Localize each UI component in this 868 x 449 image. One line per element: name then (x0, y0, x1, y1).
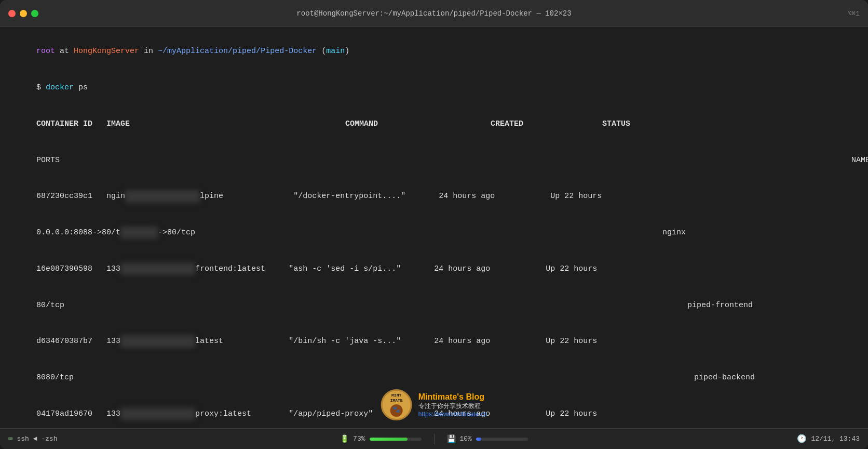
command-line: $ docker ps (8, 70, 860, 106)
ps-arg: ps (74, 83, 88, 92)
shortcut-label: ⌥⌘1 (848, 9, 860, 18)
image-3-blurred: xxxxxxxxxxxxxxxx (120, 335, 195, 347)
header-image: IMAGE (106, 118, 345, 130)
table-row-ports-2: 80/tcppiped-frontend (8, 287, 860, 323)
cpu-icon: 💾 (447, 434, 456, 443)
command-2: "ash -c 'sed -i s/pi..." (289, 263, 434, 275)
watermark-subtitle: 专注于你分享技术教程 (418, 402, 487, 411)
name-2: piped-frontend (687, 301, 753, 310)
watermark-text: Mintimate's Blog 专注于你分享技术教程 https://www.… (418, 392, 487, 418)
watermark-url: https://www.mintimate.cn (418, 411, 487, 418)
watermark-badge: MINT IMATE 🐾 (381, 389, 412, 420)
image-1-end: lpine (200, 192, 293, 201)
ports-2: 80/tcp (36, 301, 64, 310)
cpu-progress-fill (476, 438, 481, 441)
image-3-end: latest (195, 337, 289, 346)
container-id-4: 04179ad19670 (36, 410, 106, 418)
ports-1-blurred: xxxxxxxx (120, 227, 158, 239)
watermark: MINT IMATE 🐾 Mintimate's Blog 专注于你分享技术教程… (381, 389, 487, 420)
ssh-label: ssh ◄ -zsh (17, 435, 57, 443)
status-bar: ⌨ ssh ◄ -zsh 🔋 73% 💾 10% 🕐 12/11, 13:43 (0, 428, 868, 449)
maximize-button[interactable] (31, 10, 38, 17)
table-row-ports-1: 0.0.0.0:8088->80/txxxxxxxx->80/tcpnginx (8, 215, 860, 251)
image-2-blurred: xxxxxxxxxxxxxxxx (120, 263, 195, 275)
terminal-window: root@HongKongServer:~/myApplication/pipe… (0, 0, 868, 449)
ports-1-start: 0.0.0.0:8088->80/t (36, 228, 120, 237)
traffic-lights (8, 10, 38, 17)
name-3: piped-backend (694, 373, 755, 382)
table-header-2: PORTSNAMES (8, 142, 860, 178)
image-2-start: 133 (106, 265, 120, 273)
datetime-label: 12/11, 13:43 (811, 435, 860, 443)
header-names: NAMES (851, 156, 868, 165)
image-2-end: frontend:latest (195, 265, 289, 273)
header-command: COMMAND (345, 118, 491, 130)
header-ports: PORTS (36, 154, 851, 166)
prompt-path-1: ~/myApplication/piped/Piped-Docker (158, 47, 317, 56)
command-3: "/bin/sh -c 'java -s..." (289, 335, 434, 347)
ports-1-end: ->80/tcp (158, 228, 195, 237)
header-created: CREATED (491, 118, 602, 130)
status-left: ⌨ ssh ◄ -zsh (8, 434, 292, 443)
battery-progress-bar (370, 438, 422, 441)
prompt-host-1: HongKongServer (74, 47, 139, 56)
battery-progress-fill (370, 438, 408, 441)
image-4-blurred: xxxxxxxxxxxxxxxx (120, 408, 195, 420)
ssh-icon: ⌨ (8, 434, 12, 443)
window-title: root@HongKongServer:~/myApplication/pipe… (296, 9, 571, 18)
watermark-title: Mintimate's Blog (418, 392, 487, 402)
cpu-progress-bar (476, 438, 528, 441)
title-bar: root@HongKongServer:~/myApplication/pipe… (0, 0, 868, 27)
terminal-content[interactable]: root at HongKongServer in ~/myApplicatio… (0, 27, 868, 428)
battery-pct: 73% (353, 435, 365, 443)
cpu-pct: 10% (460, 435, 472, 443)
image-1-start: ngin (106, 192, 125, 201)
status-4: Up 22 hours (546, 410, 597, 418)
close-button[interactable] (8, 10, 16, 17)
ports-3: 8080/tcp (36, 373, 74, 382)
image-1-blurred: xxxxxxxxxxxxxxxx (125, 190, 200, 202)
docker-keyword: docker (46, 83, 74, 92)
table-row: 16e087390598 133xxxxxxxxxxxxxxxxfrontend… (8, 251, 860, 287)
image-4-end: proxy:latest (195, 410, 289, 418)
clock-icon: 🕐 (797, 434, 807, 444)
status-1: Up 22 hours (550, 192, 602, 201)
table-row: d634670387b7 133xxxxxxxxxxxxxxxxlatest "… (8, 323, 860, 360)
prompt-symbol: $ (36, 83, 46, 92)
command-1: "/docker-entrypoint...." (293, 190, 439, 202)
name-1: nginx (662, 228, 686, 237)
container-id-1: 687230cc39c1 (36, 192, 106, 201)
container-id-2: 16e087390598 (36, 265, 106, 273)
status-right: 🕐 12/11, 13:43 (576, 434, 860, 444)
minimize-button[interactable] (20, 10, 27, 17)
battery-icon: 🔋 (340, 434, 349, 443)
created-2: 24 hours ago (434, 263, 546, 275)
header-status: STATUS (602, 120, 630, 128)
created-3: 24 hours ago (434, 335, 546, 347)
status-center: 🔋 73% 💾 10% (292, 434, 576, 444)
table-header: CONTAINER ID IMAGECOMMANDCREATEDSTATUS (8, 106, 860, 142)
image-4-start: 133 (106, 410, 120, 418)
status-3: Up 22 hours (546, 337, 597, 346)
prompt-line-1: root at HongKongServer in ~/myApplicatio… (8, 33, 860, 70)
prompt-user-1: root (36, 47, 55, 56)
table-row: 687230cc39c1 nginxxxxxxxxxxxxxxxxlpine "… (8, 178, 860, 215)
container-id-3: d634670387b7 (36, 337, 106, 346)
prompt-branch-1: main (326, 47, 345, 56)
status-2: Up 22 hours (546, 265, 597, 273)
divider-1 (434, 434, 435, 444)
created-1: 24 hours ago (439, 190, 550, 202)
image-3-start: 133 (106, 337, 120, 346)
header-container: CONTAINER ID (36, 120, 106, 128)
